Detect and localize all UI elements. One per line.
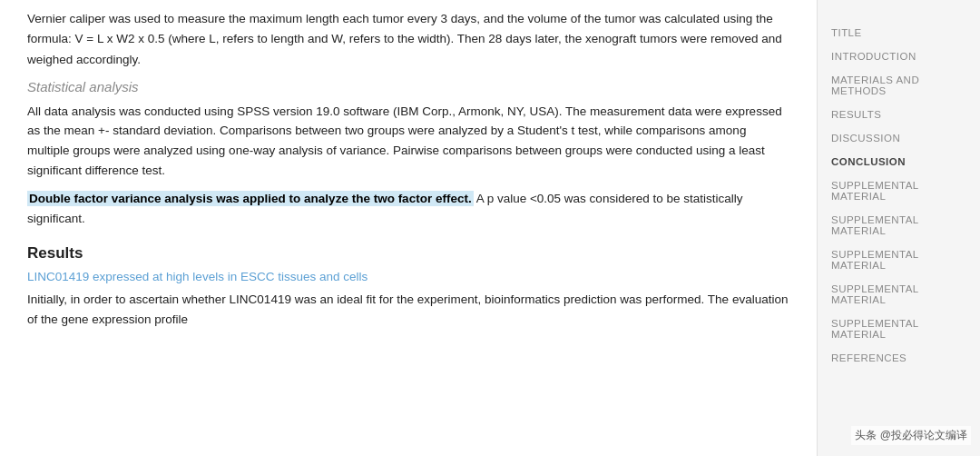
sidebar-item-supplemental-1[interactable]: SUPPLEMENTAL MATERIAL (831, 180, 966, 202)
statistical-heading: Statistical analysis (27, 79, 789, 94)
sidebar-item-supplemental-3[interactable]: SUPPLEMENTAL MATERIAL (831, 249, 966, 271)
sidebar: TITLE INTRODUCTION MATERIALS AND METHODS… (817, 0, 980, 456)
sidebar-item-title[interactable]: TITLE (831, 27, 966, 38)
top-paragraph: Vernier caliper was used to measure the … (27, 9, 789, 70)
sidebar-item-discussion[interactable]: DISCUSSION (831, 133, 966, 144)
highlighted-sentence: Double factor variance analysis was appl… (27, 191, 474, 206)
main-content: Vernier caliper was used to measure the … (0, 0, 817, 456)
sidebar-item-references[interactable]: REFERENCES (831, 352, 966, 363)
results-link[interactable]: LINC01419 expressed at high levels in ES… (27, 270, 368, 283)
sidebar-item-supplemental-4[interactable]: SUPPLEMENTAL MATERIAL (831, 283, 966, 305)
sidebar-item-supplemental-2[interactable]: SUPPLEMENTAL MATERIAL (831, 214, 966, 236)
results-paragraph: Initially, in order to ascertain whether… (27, 290, 789, 329)
sidebar-item-conclusion[interactable]: CONCLUSION (831, 156, 966, 167)
results-heading: Results (27, 244, 789, 263)
watermark: 头条 @投必得论文编译 (851, 426, 971, 445)
stat-text-1: All data analysis was conducted using SP… (27, 104, 782, 177)
statistical-paragraph-1: All data analysis was conducted using SP… (27, 102, 789, 180)
sidebar-item-materials-methods[interactable]: MATERIALS AND METHODS (831, 74, 966, 96)
sidebar-item-introduction[interactable]: INTRODUCTION (831, 51, 966, 62)
sidebar-item-supplemental-5[interactable]: SUPPLEMENTAL MATERIAL (831, 318, 966, 340)
sidebar-item-results[interactable]: RESULTS (831, 109, 966, 120)
statistical-paragraph-highlighted: Double factor variance analysis was appl… (27, 189, 789, 228)
